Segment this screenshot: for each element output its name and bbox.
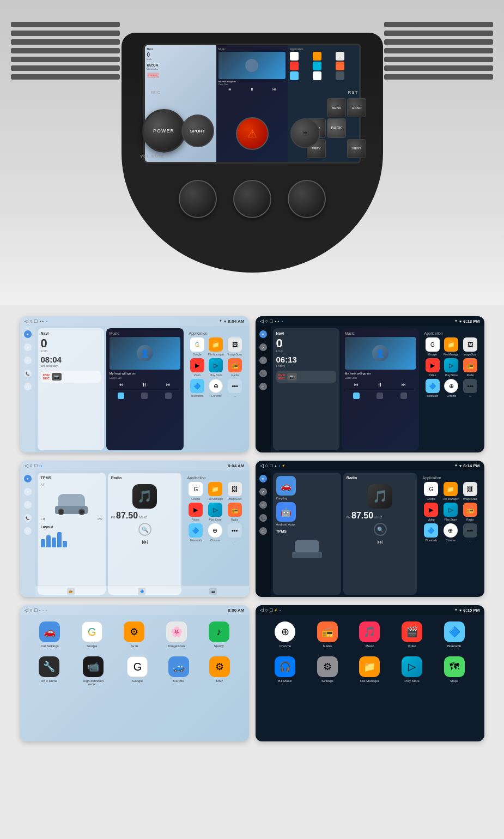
app-music-full[interactable]: 🎵 Music [359, 621, 380, 648]
app-chrome[interactable]: ⊕ Chrome [208, 379, 224, 397]
power-knob[interactable]: POWER [142, 109, 186, 153]
screenshot-row-1: ◁ ○ □ ▲▲ ● ✦ ♥ 8:04 AM ● ↗ ♪ 📞 [8, 316, 496, 452]
app-carsettings[interactable]: 🚗 Car Settings [39, 621, 60, 648]
status-bar-5: ◁ ○ □ ● ● ● 8:00 AM [20, 605, 249, 615]
app-radio[interactable]: 📻 Radio [227, 358, 244, 377]
screenshots-section: ◁ ○ □ ▲▲ ● ✦ ♥ 8:04 AM ● ↗ ♪ 📞 [0, 305, 504, 752]
status-bar-6: ◁ ○ □ ⚡ ● ✦ ♥ 6:15 PM [256, 605, 484, 615]
next-button[interactable]: NEXT [347, 139, 366, 158]
app-dsp[interactable]: ⚙ DSP [209, 656, 230, 686]
status-bar-2: ◁ ○ □ ▲▲ ● ✦ ♥ 6:13 PM [256, 316, 484, 326]
warning-button[interactable]: ⚠ [236, 117, 269, 150]
app-imagescan[interactable]: 🖼 ImageScan [227, 337, 244, 356]
screenshot-row-2: ◁ ○ □ ●● 8:04 AM ● ↗ ♪ 📞 ⬡ [8, 461, 496, 597]
app-video-full[interactable]: 🎬 Video [402, 621, 422, 648]
app-carinfo[interactable]: 🚙 CarInfo [168, 656, 189, 686]
app-radio-full[interactable]: 📻 Radio [317, 621, 338, 648]
app-google-d[interactable]: G Google [424, 337, 441, 356]
app-more-d[interactable]: ••• ... [462, 379, 479, 397]
status-bar-4: ◁ ○ □ ▲ ● ⚡ ✦ ♥ 6:14 PM [256, 461, 484, 470]
screenshot-launcher-light: ◁ ○ □ ● ● ● 8:00 AM 🚗 Car Settings [20, 605, 249, 741]
screenshot-home-dark: ◁ ○ □ ▲▲ ● ✦ ♥ 6:13 PM ● ↗ ♪ 📞 [256, 316, 484, 452]
dvr-widget-1: DVR REC 📷 [41, 371, 101, 383]
app-google-full[interactable]: G Google [82, 621, 102, 648]
app-google-2[interactable]: G Google [127, 656, 148, 686]
knob-right[interactable] [288, 180, 326, 218]
screenshot-carplay-dark: ◁ ○ □ ▲ ● ⚡ ✦ ♥ 6:14 PM ● ↗ ♪ [256, 461, 484, 597]
app-btmusic[interactable]: 🎧 BT Music [275, 656, 295, 683]
dvr-widget-2: DVR REC 📷 [276, 371, 336, 383]
side-nav-4: ● ↗ ♪ 📞 ⬡ [256, 470, 271, 597]
app-filemanager[interactable]: 📁 File Manager [208, 337, 224, 356]
music-widget-1: Music 👤 My heat will go on Cady Rao ⏮ ⏸ … [106, 328, 184, 450]
side-nav-2: ● ↗ ♪ 📞 ⬡ [256, 326, 271, 452]
band-button[interactable]: BAND [347, 98, 366, 117]
search-icon-dark[interactable]: 🔍 [374, 523, 387, 536]
app-chrome-full[interactable]: ⊕ Chrome [275, 621, 295, 648]
app-playstore[interactable]: ▷ Play Store [208, 358, 224, 377]
app-bluetooth-d[interactable]: 🔷 Bluetooth [424, 379, 441, 397]
layout-bars [41, 531, 102, 547]
app-settings[interactable]: ⚙ Settings [317, 656, 338, 683]
music-widget-2: Music 👤 My heat will go on Cady Rao ⏮ ⏸ … [342, 328, 419, 450]
screenshot-tpms-light: ◁ ○ □ ●● 8:04 AM ● ↗ ♪ 📞 ⬡ [20, 461, 249, 597]
app-hdr[interactable]: 📹 High definition recor... [80, 656, 107, 686]
vol-label: VOL.MUTE [141, 154, 165, 158]
radio-widget: Radio 🎵 FM 87.50 MHz 🔍 ⏭ [108, 473, 182, 595]
app-bluetooth-full[interactable]: 🔷 Bluetooth [444, 621, 465, 648]
app-video-d[interactable]: ▶ Video [424, 358, 441, 377]
app-avin[interactable]: ⚙ Av In [124, 621, 144, 648]
knob-left[interactable] [179, 180, 217, 218]
apps-widget-3: Application G Google 📁 File Manager [184, 473, 246, 595]
app-playstore-d[interactable]: ▷ Play Store [443, 358, 460, 377]
apps-widget-2: Application G Google 📁 File Manager [421, 328, 482, 450]
search-icon[interactable]: 🔍 [138, 523, 151, 536]
vent-left [11, 22, 120, 87]
tpms-widget: TPMS A.F L.RR.R [38, 473, 106, 595]
defrost-button[interactable]: ≡ [290, 118, 320, 148]
app-playstore-full[interactable]: ▷ Play Store [402, 656, 422, 683]
app-filemanager-d[interactable]: 📁 File Manager [443, 337, 460, 356]
app-video[interactable]: ▶ Video [189, 358, 206, 377]
knob-center[interactable] [233, 180, 271, 218]
app-spotify[interactable]: ♪ Spotify [209, 621, 229, 648]
app-bluetooth[interactable]: 🔷 Bluetooth [189, 379, 206, 397]
side-nav-3: ● ↗ ♪ 📞 ⬡ [20, 470, 35, 597]
sport-button[interactable]: SPORT [181, 114, 214, 147]
apps-widget-4: Application G Google 📁 File Manager [419, 473, 482, 595]
screenshot-row-3: ◁ ○ □ ● ● ● 8:00 AM 🚗 Car Settings [8, 605, 496, 741]
side-nav-1: ● ↗ ♪ 📞 ⬡ [20, 326, 35, 452]
radio-widget-dark: Radio 🎵 FM 87.50 MHz 🔍 ⏭ [343, 473, 417, 595]
navi-widget-2: Navi 0 km/h 06:13 Friday DVR REC 📷 [273, 328, 339, 450]
app-more[interactable]: ••• ... [227, 379, 244, 397]
status-bar-1: ◁ ○ □ ▲▲ ● ✦ ♥ 8:04 AM [20, 316, 249, 326]
app-filemanager-full[interactable]: 📁 File Manager [359, 656, 380, 683]
mic-label: MIC [151, 90, 161, 95]
back-button[interactable]: BACK [327, 118, 346, 137]
app-google[interactable]: G Google [189, 337, 206, 356]
app-maps[interactable]: 🗺 Maps [444, 656, 465, 683]
dashboard-section: Navi 0 km/h 08:04 Wednesday DVR REC Musi… [0, 0, 504, 305]
status-bar-3: ◁ ○ □ ●● 8:04 AM [20, 461, 249, 470]
apps-widget-1: Application G Google 📁 File Manager [186, 328, 247, 450]
carplay-tpms-col: 🚗 Carplay 🤖 Android Auto TPMS [273, 473, 341, 595]
navi-widget-1: Navi 0 km/h 08:04 Wednesday DVR REC 📷 [38, 328, 104, 450]
menu-button[interactable]: MENU [327, 98, 346, 117]
rst-label: RST [348, 90, 359, 95]
app-chrome-d[interactable]: ⊕ Chrome [443, 379, 460, 397]
app-imagescan-d[interactable]: 🖼 ImageScan [462, 337, 479, 356]
app-obdhome[interactable]: 🔧 OBD Home [39, 656, 59, 686]
app-imagescan-full[interactable]: 🌸 ImageScan [166, 621, 187, 648]
screenshot-home-light: ◁ ○ □ ▲▲ ● ✦ ♥ 8:04 AM ● ↗ ♪ 📞 [20, 316, 249, 452]
vent-right [384, 22, 493, 87]
screenshot-launcher-dark: ◁ ○ □ ⚡ ● ✦ ♥ 6:15 PM ⊕ Chrome [256, 605, 484, 741]
app-radio-d[interactable]: 📻 Radio [462, 358, 479, 377]
